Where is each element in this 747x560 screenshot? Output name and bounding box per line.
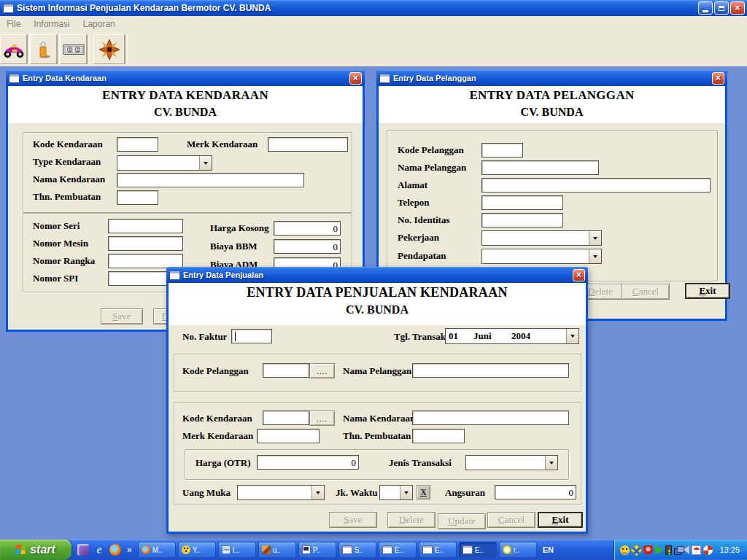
nomor-rangka-field[interactable] (108, 254, 183, 268)
restore-button[interactable] (714, 1, 729, 15)
thn-pembuatan-field[interactable] (412, 429, 465, 443)
menu-informasi[interactable]: Informasi (27, 16, 76, 32)
network-icon[interactable] (674, 548, 681, 555)
jenis-transaksi-combo[interactable] (465, 455, 558, 470)
pelanggan-close-button[interactable]: × (712, 72, 724, 85)
pelanggan-titlebar[interactable]: Entry Data Pelanggan × (376, 70, 727, 86)
tgl-transaksi-picker[interactable]: 01 Juni 2004 (445, 328, 579, 344)
shield-icon[interactable] (643, 545, 653, 555)
taskbar-task-e1[interactable]: E.. (379, 542, 417, 558)
yahoo-smiley-icon[interactable] (620, 545, 630, 555)
penjualan-cancel-button[interactable]: Cancel (487, 512, 535, 528)
browse-pelanggan-button[interactable]: .... (309, 363, 335, 378)
label-nomor-mesin: Nomor Mesin (33, 238, 88, 249)
toolbar-exit-button[interactable] (93, 34, 125, 64)
toolbar-pelanggan-button[interactable] (30, 34, 57, 64)
penjualan-titlebar[interactable]: Entry Data Penjualan × (166, 267, 588, 283)
harga-otr-field[interactable]: 0 (257, 455, 359, 470)
kode-kendaraan-field[interactable] (263, 411, 309, 425)
penjualan-delete-button[interactable]: Delete (387, 512, 436, 528)
merk-kendaraan-field[interactable] (268, 137, 348, 152)
alamat-field[interactable] (481, 178, 711, 192)
kendaraan-titlebar[interactable]: Entry Data Kendaraan × (6, 70, 365, 86)
play-icon[interactable] (655, 545, 663, 555)
date-day[interactable]: 01 (446, 330, 473, 342)
kode-pelanggan-field[interactable] (263, 363, 309, 378)
document-icon (222, 545, 231, 554)
taskbar-task-r[interactable]: r.. (499, 542, 537, 558)
minimize-button[interactable] (698, 1, 713, 15)
merk-kendaraan-field[interactable] (257, 429, 320, 443)
purple-app-icon[interactable] (77, 544, 89, 556)
taskbar-task-p[interactable]: P.. (298, 542, 336, 558)
form-icon (379, 74, 390, 83)
angsuran-field[interactable]: 0 (495, 485, 576, 499)
kode-kendaraan-field[interactable] (117, 137, 158, 152)
dropdown-button[interactable] (199, 156, 212, 170)
language-indicator[interactable]: EN (537, 545, 560, 554)
task-label: E.. (395, 546, 403, 554)
traffic-light-icon[interactable] (665, 545, 672, 555)
jk-waktu-clear-button[interactable]: X (417, 485, 430, 499)
uang-muka-combo[interactable] (237, 485, 325, 500)
x-app-icon[interactable] (630, 543, 643, 556)
nama-kendaraan-field[interactable] (117, 173, 304, 187)
nama-pelanggan-field[interactable] (412, 363, 569, 378)
toolbar-penjualan-button[interactable]: $$ (60, 34, 87, 64)
pekerjaan-combo[interactable] (481, 230, 602, 246)
date-year[interactable]: 2004 (511, 330, 530, 342)
browse-kendaraan-button[interactable]: .... (309, 411, 335, 426)
harga-kosong-field[interactable]: 0 (274, 221, 341, 236)
jk-waktu-combo[interactable] (379, 485, 413, 500)
dropdown-button[interactable] (566, 329, 578, 343)
nomor-seri-field[interactable] (108, 219, 183, 233)
kendaraan-save-button[interactable]: Save (101, 308, 143, 324)
no-identitas-field[interactable] (481, 213, 563, 228)
penjualan-close-button[interactable]: × (573, 269, 585, 281)
kode-pelanggan-field[interactable] (481, 143, 523, 158)
toolbar-kendaraan-button[interactable] (0, 34, 27, 64)
pelanggan-exit-button[interactable]: Exit (685, 283, 730, 299)
start-button[interactable]: start (0, 540, 71, 560)
penjualan-save-button[interactable]: Save (329, 512, 377, 528)
taskbar-task-document[interactable]: l... (218, 542, 256, 558)
penjualan-exit-button[interactable]: Exit (538, 512, 583, 528)
menu-laporan[interactable]: Laporan (77, 16, 122, 32)
dropdown-button[interactable] (400, 486, 412, 499)
dropdown-button[interactable] (311, 486, 324, 499)
ie-icon[interactable]: e (93, 544, 105, 556)
pendapatan-combo[interactable] (481, 249, 602, 264)
minimize-icon (703, 10, 708, 12)
taskbar-task-e2[interactable]: E.. (419, 542, 457, 558)
dropdown-button[interactable] (589, 249, 601, 263)
kendaraan-close-button[interactable]: × (349, 72, 362, 85)
nomor-mesin-field[interactable] (108, 236, 183, 251)
thn-pembuatan-field[interactable] (117, 190, 158, 205)
close-button[interactable]: × (730, 1, 745, 15)
telepon-field[interactable] (481, 195, 563, 210)
nama-kendaraan-field[interactable] (412, 411, 569, 425)
main-titlebar[interactable]: Sistem Informasi Penjualan Kendaraan Ber… (0, 0, 747, 16)
taskbar-task-firefox[interactable]: M.. (138, 542, 176, 558)
date-month[interactable]: Juni (473, 330, 511, 342)
dropdown-button[interactable] (589, 231, 601, 245)
pelanggan-cancel-button[interactable]: Cancel (622, 284, 670, 300)
taskbar-task-s[interactable]: S.. (338, 542, 376, 558)
nama-pelanggan-field[interactable] (481, 160, 599, 175)
dropdown-button[interactable] (545, 456, 557, 470)
no-faktur-field[interactable] (231, 329, 272, 343)
taskbar-task-paint[interactable]: u.. (258, 542, 296, 558)
clock[interactable]: 13:25 (715, 545, 743, 554)
firefox-icon[interactable] (109, 544, 121, 556)
menu-file[interactable]: File (0, 16, 27, 32)
taskbar-task-e3-active[interactable]: E.. (459, 542, 497, 558)
biaya-bbm-field[interactable]: 0 (274, 239, 341, 254)
type-kendaraan-combo[interactable] (117, 155, 212, 171)
pinwheel-icon[interactable] (703, 545, 713, 555)
volume-icon[interactable] (684, 545, 689, 554)
penjualan-update-button[interactable]: Update (438, 513, 486, 529)
quick-launch-overflow-chevron[interactable]: » (125, 545, 133, 555)
avira-umbrella-icon[interactable]: ☂ (692, 545, 701, 555)
taskbar-task-yahoo[interactable]: Y.. (178, 542, 216, 558)
task-label: E.. (435, 546, 444, 554)
